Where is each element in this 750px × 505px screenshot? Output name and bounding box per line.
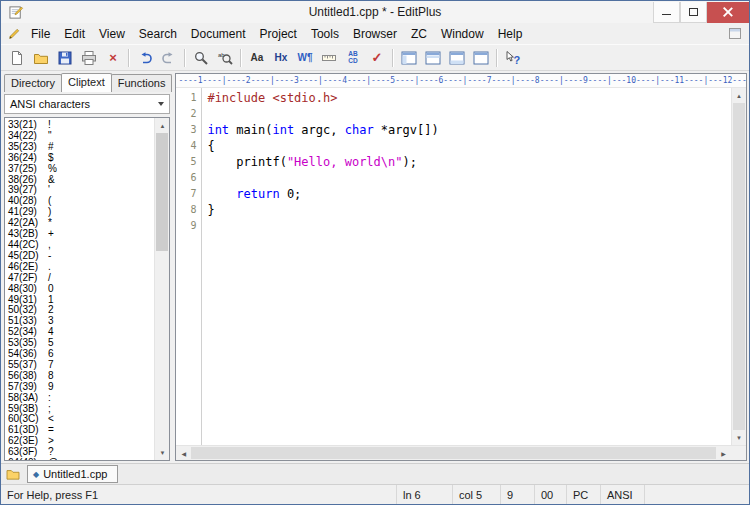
- panel-cliptext-icon[interactable]: [397, 46, 421, 69]
- code-line[interactable]: #include <stdio.h>: [207, 90, 731, 106]
- document-selector-icon[interactable]: [4, 466, 22, 482]
- chevron-down-icon[interactable]: [153, 95, 169, 113]
- editplus-app-icon: [6, 4, 26, 20]
- menu-search[interactable]: Search: [132, 24, 184, 44]
- editor-vscroll-thumb[interactable]: [733, 103, 745, 430]
- spell-check-icon[interactable]: ✓: [365, 46, 389, 69]
- close-icon: [723, 7, 733, 17]
- cliptext-scroll-thumb[interactable]: [156, 133, 168, 251]
- ruler: ----1----|----2----|----3----|----4----|…: [176, 74, 746, 88]
- titlebar: Untitled1.cpp * - EditPlus: [1, 1, 749, 23]
- editor-hscroll-track[interactable]: [191, 446, 716, 460]
- editor-body: 123456789 #include <stdio.h> int main(in…: [176, 88, 746, 445]
- status-encoding: ANSI: [601, 485, 645, 504]
- new-file-icon[interactable]: [5, 46, 29, 69]
- scroll-left-icon[interactable]: ◀: [176, 446, 191, 460]
- scroll-down-icon[interactable]: ▼: [155, 445, 169, 460]
- close-button[interactable]: [707, 2, 749, 23]
- editor-hscroll-thumb[interactable]: [191, 447, 716, 459]
- replace-icon[interactable]: ab: [213, 46, 237, 69]
- cliptext-scrollbar[interactable]: ▲ ▼: [154, 118, 169, 460]
- word-wrap-icon[interactable]: W¶: [293, 46, 317, 69]
- minimize-icon: [662, 14, 671, 15]
- line-number: 2: [176, 106, 196, 122]
- code-line[interactable]: return 0;: [207, 186, 731, 202]
- document-tab-label: Untitled1.cpp: [43, 468, 107, 480]
- menu-project[interactable]: Project: [253, 24, 304, 44]
- menu-edit[interactable]: Edit: [57, 24, 92, 44]
- cliptext-list: 33(21)!34(22)"35(23)#36(24)$37(25)%38(26…: [5, 118, 154, 460]
- line-number: 4: [176, 138, 196, 154]
- maximize-button[interactable]: [680, 2, 707, 23]
- scroll-right-icon[interactable]: ▶: [716, 446, 731, 460]
- editplus-window: Untitled1.cpp * - EditPlus FileEditViewS…: [0, 0, 750, 505]
- cliptext-item[interactable]: 58(3A):: [8, 393, 154, 404]
- panel-output-icon[interactable]: [445, 46, 469, 69]
- code-line[interactable]: }: [207, 202, 731, 218]
- menu-window[interactable]: Window: [434, 24, 491, 44]
- menu-items: FileEditViewSearchDocumentProjectToolsBr…: [24, 24, 529, 44]
- menu-help[interactable]: Help: [491, 24, 530, 44]
- menu-window-icon[interactable]: [729, 28, 741, 39]
- statusbar: For Help, press F1 ln 6col 5900PCANSI: [1, 484, 749, 504]
- cliptext-item[interactable]: 64(40)@: [8, 458, 154, 460]
- toolbar-separator: [392, 49, 394, 67]
- hex-view-icon[interactable]: Hx: [269, 46, 293, 69]
- menu-document[interactable]: Document: [184, 24, 253, 44]
- panel-toolbar-icon[interactable]: [421, 46, 445, 69]
- code-area[interactable]: #include <stdio.h> int main(int argc, ch…: [202, 88, 731, 445]
- maximize-icon: [689, 8, 698, 16]
- cliptext-item[interactable]: 48(30)0: [8, 284, 154, 295]
- code-line[interactable]: [207, 106, 731, 122]
- find-icon[interactable]: [189, 46, 213, 69]
- menu-zc[interactable]: ZC: [404, 24, 434, 44]
- menu-tools[interactable]: Tools: [304, 24, 346, 44]
- open-folder-icon[interactable]: [29, 46, 53, 69]
- editor-vscrollbar[interactable]: ▲ ▼: [731, 88, 746, 445]
- line-number-gutter: 123456789: [176, 88, 202, 445]
- editor-vscroll-track[interactable]: [732, 103, 746, 430]
- code-line[interactable]: printf("Hello, world\n");: [207, 154, 731, 170]
- match-case-icon[interactable]: Aa: [245, 46, 269, 69]
- redo-icon[interactable]: [157, 46, 181, 69]
- scroll-down-icon[interactable]: ▼: [732, 430, 746, 445]
- menu-browser[interactable]: Browser: [346, 24, 404, 44]
- minimize-button[interactable]: [653, 2, 680, 23]
- menu-view[interactable]: View: [92, 24, 132, 44]
- panel-fullscreen-icon[interactable]: [469, 46, 493, 69]
- menu-file[interactable]: File: [24, 24, 57, 44]
- ruler-icon[interactable]: [317, 46, 341, 69]
- cliptext-item[interactable]: 47(2F)/: [8, 273, 154, 284]
- tab-directory[interactable]: Directory: [4, 74, 62, 92]
- scroll-up-icon[interactable]: ▲: [155, 118, 169, 133]
- code-line[interactable]: int main(int argc, char *argv[]): [207, 122, 731, 138]
- undo-icon[interactable]: [133, 46, 157, 69]
- document-tab[interactable]: ◆ Untitled1.cpp: [27, 465, 118, 483]
- cliptext-panel: 33(21)!34(22)"35(23)#36(24)$37(25)%38(26…: [4, 117, 170, 461]
- save-icon[interactable]: [53, 46, 77, 69]
- scrollbar-corner: [731, 446, 746, 460]
- svg-text:?: ?: [514, 53, 521, 65]
- pencil-icon: [4, 27, 24, 40]
- print-icon[interactable]: [77, 46, 101, 69]
- code-line[interactable]: [207, 170, 731, 186]
- code-line[interactable]: [207, 218, 731, 234]
- scroll-up-icon[interactable]: ▲: [732, 88, 746, 103]
- cliptext-scroll-track[interactable]: [155, 133, 169, 445]
- main-area: DirectoryCliptextFunctions ANSI characte…: [1, 71, 749, 463]
- line-number: 6: [176, 170, 196, 186]
- line-numbers-icon[interactable]: ABCD: [341, 46, 365, 69]
- delete-icon[interactable]: ×: [101, 46, 125, 69]
- code-line[interactable]: {: [207, 138, 731, 154]
- document-icon: ◆: [33, 470, 39, 479]
- context-help-icon[interactable]: ?: [501, 46, 525, 69]
- tab-cliptext[interactable]: Cliptext: [61, 73, 112, 92]
- cliptext-dropdown[interactable]: ANSI characters: [4, 94, 170, 114]
- tab-functions[interactable]: Functions: [111, 74, 173, 92]
- status-filler: [645, 485, 749, 504]
- cliptext-item[interactable]: 37(25)%: [8, 164, 154, 175]
- cliptext-item[interactable]: 36(24)$: [8, 153, 154, 164]
- status-file-format: PC: [567, 485, 601, 504]
- editor-hscrollbar[interactable]: ◀ ▶: [176, 446, 731, 460]
- status-help-text: For Help, press F1: [1, 485, 397, 504]
